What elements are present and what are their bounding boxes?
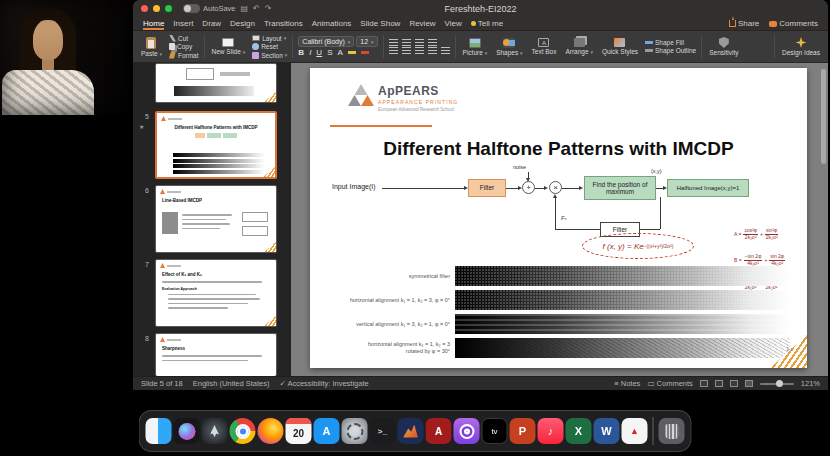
text-shadow-button[interactable]: A xyxy=(337,49,342,57)
firefox-icon[interactable] xyxy=(258,418,284,444)
current-slide[interactable]: ApPEARS APPEARANCE PRINTING European Adv… xyxy=(310,68,807,368)
zoom-level[interactable]: 121% xyxy=(801,379,820,388)
align-right-icon[interactable] xyxy=(415,47,424,54)
tab-review[interactable]: Review xyxy=(409,17,435,30)
shape-fill-button[interactable]: Shape Fill xyxy=(645,39,696,46)
bold-button[interactable]: B xyxy=(298,49,304,57)
launchpad-icon[interactable] xyxy=(202,418,228,444)
quick-styles-button[interactable]: Quick Styles xyxy=(600,38,640,55)
zoom-slider-knob[interactable] xyxy=(776,380,783,387)
apple-tv-icon[interactable]: tv xyxy=(482,418,508,444)
language-indicator[interactable]: English (United States) xyxy=(193,379,270,388)
slideshow-view-button[interactable] xyxy=(745,380,753,387)
font-color-button[interactable] xyxy=(361,51,369,54)
cut-button[interactable]: Cut xyxy=(169,35,199,42)
tab-animations[interactable]: Animations xyxy=(312,17,352,30)
calendar-icon[interactable]: 20 xyxy=(286,418,312,444)
align-left-icon[interactable] xyxy=(389,47,398,54)
app-store-icon[interactable]: A xyxy=(314,418,340,444)
layout-button[interactable]: Layout▾ xyxy=(252,35,287,42)
autosave-toggle[interactable]: AutoSave xyxy=(183,4,236,13)
share-button[interactable]: Share xyxy=(729,19,759,28)
highlight-color-button[interactable] xyxy=(348,51,356,54)
tab-home[interactable]: Home xyxy=(143,17,164,30)
chrome-icon[interactable] xyxy=(230,418,256,444)
tab-draw[interactable]: Draw xyxy=(202,17,221,30)
indent-increase-icon[interactable] xyxy=(428,39,437,46)
undo-icon[interactable]: ↶ xyxy=(253,5,260,13)
terminal-icon[interactable]: >_ xyxy=(370,418,396,444)
shape-outline-button[interactable]: Shape Outline xyxy=(645,47,696,54)
tell-me-button[interactable]: Tell me xyxy=(471,19,503,28)
design-ideas-button[interactable]: Design Ideas xyxy=(780,37,822,56)
shapes-button[interactable]: Shapes ▾ xyxy=(494,38,524,56)
tab-view[interactable]: View xyxy=(445,17,462,30)
new-slide-button[interactable]: New Slide ▾ xyxy=(210,38,248,55)
word-icon[interactable]: W xyxy=(594,418,620,444)
copy-button[interactable]: Copy xyxy=(169,43,199,50)
thumbnail-slide-5-selected[interactable]: Different Halftone Patterns with IMCDP xyxy=(155,111,277,179)
strikethrough-button[interactable]: S xyxy=(327,49,332,57)
autosave-switch-icon[interactable] xyxy=(183,4,200,13)
adobe-creative-cloud-icon[interactable]: A xyxy=(426,418,452,444)
sensitivity-button[interactable]: Sensitivity xyxy=(707,37,740,56)
tab-design[interactable]: Design xyxy=(230,17,255,30)
slide-counter[interactable]: Slide 5 of 18 xyxy=(141,379,183,388)
notes-button[interactable]: ≡ Notes xyxy=(614,379,640,388)
thumbnail-slide-7[interactable]: Effect of K₁ and K₂ Evaluation Approach xyxy=(155,259,277,327)
slide-sorter-view-button[interactable] xyxy=(715,380,723,387)
line-spacing-icon[interactable] xyxy=(441,47,450,54)
save-icon[interactable]: ▤ xyxy=(241,5,249,13)
diagram-input-label: Input Image(I) xyxy=(332,183,376,190)
reset-button[interactable]: Reset xyxy=(252,43,287,50)
text-box-button[interactable]: A Text Box xyxy=(530,38,559,55)
normal-view-button[interactable] xyxy=(700,380,708,387)
tab-slideshow[interactable]: Slide Show xyxy=(360,17,400,30)
tab-insert[interactable]: Insert xyxy=(173,17,193,30)
font-size-select[interactable]: 12▾ xyxy=(356,36,377,47)
underline-button[interactable]: U xyxy=(316,49,322,57)
numbered-list-icon[interactable] xyxy=(402,39,411,46)
matlab-icon[interactable] xyxy=(398,418,424,444)
picture-button[interactable]: Picture ▾ xyxy=(461,38,490,56)
format-painter-button[interactable]: Format xyxy=(169,52,199,59)
paste-button[interactable]: Paste ▾ xyxy=(139,37,164,57)
comments-panel-button[interactable]: ▭ Comments xyxy=(647,379,692,388)
music-icon[interactable]: ♪ xyxy=(538,418,564,444)
justify-icon[interactable] xyxy=(428,47,437,54)
section-button[interactable]: Section▾ xyxy=(252,52,287,59)
powerpoint-icon[interactable]: P xyxy=(510,418,536,444)
webcam-vignette xyxy=(0,0,133,115)
canvas-scrollbar[interactable] xyxy=(821,69,826,367)
scrollbar-thumb[interactable] xyxy=(821,69,826,164)
reading-view-button[interactable] xyxy=(730,380,738,387)
zoom-slider[interactable] xyxy=(760,383,794,385)
arrange-button[interactable]: Arrange ▾ xyxy=(563,38,594,55)
trash-icon[interactable] xyxy=(659,418,685,444)
bullet-list-icon[interactable] xyxy=(389,39,398,46)
close-window-button[interactable] xyxy=(141,5,148,12)
comments-button[interactable]: Comments xyxy=(769,19,818,28)
siri-icon[interactable] xyxy=(174,418,200,444)
acrobat-reader-icon[interactable]: ▲ xyxy=(622,418,648,444)
thumbnail-slide-8[interactable]: Sharpness xyxy=(155,333,277,376)
system-settings-icon[interactable] xyxy=(342,418,368,444)
accessibility-status[interactable]: ✓ Accessibility: Investigate xyxy=(279,379,368,388)
minimize-window-button[interactable] xyxy=(153,5,160,12)
italic-button[interactable]: I xyxy=(309,49,311,57)
indent-decrease-icon[interactable] xyxy=(415,39,424,46)
zoom-window-button[interactable] xyxy=(165,5,172,12)
thumbnail-slide-6[interactable]: Line-Based IMCDP xyxy=(155,185,277,253)
screen: AutoSave ▤ ↶ ↷ Fereshteh-EI2022 Home Ins… xyxy=(0,0,830,456)
font-name-select[interactable]: Calibri (Body)▾ xyxy=(298,36,354,47)
diagram-coordinate-label: (x,y) xyxy=(651,168,662,174)
excel-icon[interactable]: X xyxy=(566,418,592,444)
podcasts-icon[interactable] xyxy=(454,418,480,444)
align-center-icon[interactable] xyxy=(402,47,411,54)
finder-icon[interactable] xyxy=(146,418,172,444)
redo-icon[interactable]: ↷ xyxy=(265,5,272,13)
thumb6-text-lines xyxy=(182,214,232,229)
thumbnail-slide-4[interactable] xyxy=(155,63,277,103)
tab-transitions[interactable]: Transitions xyxy=(264,17,303,30)
comments-icon xyxy=(769,21,777,27)
